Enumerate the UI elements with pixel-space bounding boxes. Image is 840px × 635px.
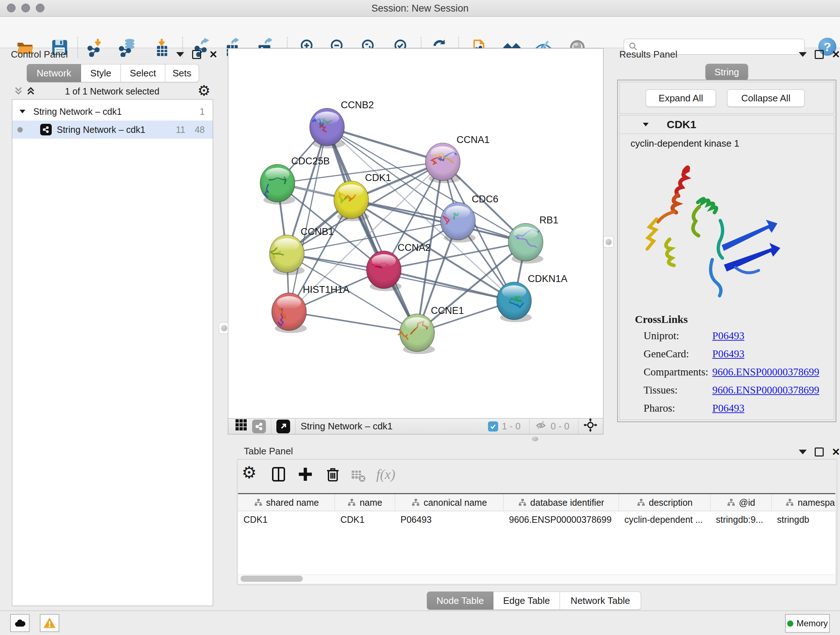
network-options-gear-icon[interactable]: ⚙ bbox=[197, 83, 210, 98]
arrow-up-right-icon bbox=[279, 422, 287, 431]
column-header-database-identifier[interactable]: database identifier bbox=[504, 494, 619, 511]
delete-column-button[interactable] bbox=[325, 466, 341, 484]
expand-all-networks-button[interactable] bbox=[25, 86, 36, 98]
table-cell[interactable]: stringdb bbox=[772, 511, 835, 528]
column-header-shared-name[interactable]: shared name bbox=[238, 494, 335, 511]
warning-icon bbox=[43, 616, 57, 630]
memory-button[interactable]: Memory bbox=[785, 614, 830, 633]
network-canvas[interactable]: CCNB2CCNA1CDC25BCDK1CDC6RB1CCNB1CCNA2CDK… bbox=[228, 49, 603, 418]
network-edge[interactable] bbox=[384, 270, 514, 301]
table-cell[interactable]: cyclin-dependent ... bbox=[619, 511, 711, 528]
tab-network-table[interactable]: Network Table bbox=[560, 592, 641, 610]
panel-collapse-icon[interactable] bbox=[799, 450, 807, 454]
network-edge[interactable] bbox=[351, 200, 526, 242]
tab-node-table[interactable]: Node Table bbox=[427, 592, 493, 610]
warnings-button[interactable] bbox=[40, 614, 59, 632]
network-node-HIST1H1A[interactable] bbox=[272, 293, 307, 333]
right-splitter-handle[interactable] bbox=[603, 236, 614, 248]
expand-all-button[interactable]: Expand All bbox=[646, 89, 716, 107]
table-settings-gear-icon[interactable]: ⚙ bbox=[242, 464, 256, 481]
import-table-button[interactable] bbox=[152, 38, 172, 57]
crosslink-value-link[interactable]: 9606.ENSP00000378699 bbox=[712, 384, 819, 396]
network-view[interactable]: CCNB2CCNA1CDC25BCDK1CDC6RB1CCNB1CCNA2CDK… bbox=[228, 48, 603, 434]
network-node-CCNA2[interactable] bbox=[366, 251, 401, 291]
network-node-CDC25B[interactable] bbox=[260, 165, 295, 204]
column-header-canonical-name[interactable]: canonical name bbox=[395, 494, 504, 511]
collapse-all-button[interactable]: Collapse All bbox=[727, 89, 805, 107]
network-node-CCNE1[interactable] bbox=[398, 314, 435, 354]
import-database-icon bbox=[118, 38, 137, 57]
table-row[interactable]: CDK1CDK1P064939606.ENSP00000378699cyclin… bbox=[238, 511, 835, 528]
entry-collapse-icon[interactable] bbox=[641, 120, 650, 129]
network-node-CCNA1[interactable] bbox=[425, 143, 461, 183]
import-database-button[interactable] bbox=[118, 38, 137, 57]
tab-edge-table[interactable]: Edge Table bbox=[493, 592, 560, 610]
table-horizontal-scrollbar[interactable] bbox=[238, 575, 835, 584]
birdseye-toggle-button[interactable] bbox=[276, 420, 290, 433]
crosslinks-title: CrossLinks bbox=[635, 313, 688, 325]
collapse-all-networks-button[interactable] bbox=[13, 86, 24, 98]
panel-float-icon[interactable] bbox=[815, 50, 824, 59]
network-node-CCNB2[interactable] bbox=[309, 108, 345, 149]
table-cell[interactable]: CDK1 bbox=[238, 511, 335, 528]
panel-close-icon[interactable]: ✕ bbox=[832, 448, 840, 456]
table-cell[interactable]: stringdb:9... bbox=[711, 511, 772, 528]
toolbar-separator bbox=[529, 419, 530, 434]
collection-count: 1 bbox=[200, 106, 205, 117]
table-cell[interactable]: P06493 bbox=[395, 511, 504, 528]
table-scrollbar-thumb[interactable] bbox=[240, 576, 303, 582]
network-collection-row[interactable]: String Network – cdk1 1 bbox=[12, 103, 213, 120]
tab-sets[interactable]: Sets bbox=[165, 64, 199, 82]
results-panel-title: Results Panel bbox=[619, 49, 677, 60]
column-header-namespace[interactable]: namespace bbox=[772, 494, 835, 511]
crosslink-value-link[interactable]: P06493 bbox=[712, 348, 745, 360]
tab-select[interactable]: Select bbox=[121, 64, 165, 82]
network-row[interactable]: String Network – cdk1 11 48 bbox=[12, 120, 213, 139]
column-header-name[interactable]: name bbox=[335, 494, 395, 511]
network-edge[interactable] bbox=[327, 127, 417, 333]
network-node-RB1[interactable] bbox=[508, 223, 543, 264]
hidden-items-icon bbox=[535, 419, 547, 434]
panel-close-icon[interactable]: ✕ bbox=[832, 51, 840, 58]
pan-mode-button[interactable] bbox=[584, 418, 597, 434]
crosslink-value-link[interactable]: P06493 bbox=[712, 402, 745, 414]
node-label-CDK1: CDK1 bbox=[365, 172, 391, 183]
network-node-CDKN1A[interactable] bbox=[497, 282, 532, 322]
tree-expand-icon[interactable] bbox=[18, 107, 27, 116]
crosshair-move-icon bbox=[584, 418, 597, 432]
network-type-button[interactable] bbox=[252, 420, 266, 433]
crosslink-value-link[interactable]: P06493 bbox=[712, 330, 745, 342]
node-label-CCNA2: CCNA2 bbox=[398, 242, 431, 253]
add-column-button[interactable] bbox=[297, 466, 313, 484]
panel-float-icon[interactable] bbox=[815, 448, 824, 456]
trash-icon bbox=[325, 466, 341, 482]
network-node-CDC6[interactable] bbox=[441, 203, 476, 242]
grid-view-button[interactable] bbox=[235, 418, 248, 434]
double-chevron-down-icon bbox=[13, 86, 24, 96]
panel-collapse-icon[interactable] bbox=[176, 52, 184, 57]
cloud-status-button[interactable] bbox=[10, 614, 30, 632]
results-tab-string[interactable]: String bbox=[706, 64, 748, 80]
selected-checkbox[interactable] bbox=[488, 421, 498, 432]
import-network-icon bbox=[86, 38, 105, 57]
show-columns-button[interactable] bbox=[271, 466, 286, 484]
import-network-button[interactable] bbox=[86, 38, 105, 57]
column-header-@id[interactable]: @id bbox=[711, 494, 772, 511]
table-cell[interactable]: CDK1 bbox=[335, 511, 395, 528]
tab-style[interactable]: Style bbox=[81, 64, 121, 82]
crosslink-value-link[interactable]: 9606.ENSP00000378699 bbox=[712, 366, 819, 378]
column-header-description[interactable]: description bbox=[619, 494, 711, 511]
left-splitter-handle[interactable] bbox=[219, 322, 229, 334]
tab-network[interactable]: Network bbox=[27, 64, 81, 82]
panel-collapse-icon[interactable] bbox=[799, 52, 807, 57]
network-node-CCNB1[interactable] bbox=[270, 235, 305, 275]
results-panel-controls: ✕ bbox=[799, 50, 840, 59]
bottom-splitter-handle[interactable] bbox=[532, 437, 538, 441]
results-entry-header[interactable]: CDK1 bbox=[620, 116, 834, 134]
hidden-counts: 0 - 0 bbox=[551, 421, 569, 432]
network-edge[interactable] bbox=[289, 312, 417, 333]
network-node-CDK1[interactable] bbox=[334, 181, 369, 221]
panel-close-icon[interactable]: ✕ bbox=[209, 51, 218, 58]
panel-float-icon[interactable] bbox=[192, 50, 201, 59]
table-cell[interactable]: 9606.ENSP00000378699 bbox=[504, 511, 619, 528]
